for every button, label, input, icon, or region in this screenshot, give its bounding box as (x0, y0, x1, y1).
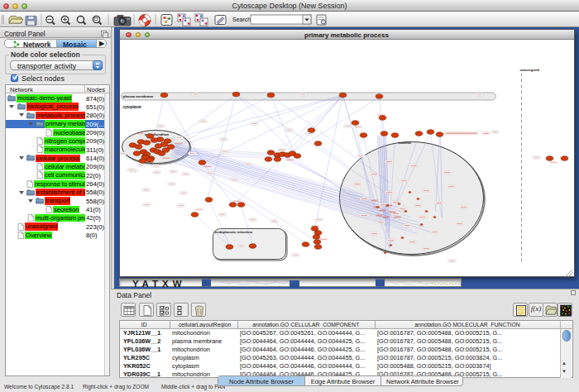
svg-text:plasma membrane: plasma membrane (122, 94, 153, 98)
svg-text:nucleus: nucleus (398, 140, 411, 144)
svg-text:unassigned: unassigned (519, 67, 539, 71)
svg-text:cytoplasm: cytoplasm (122, 104, 141, 108)
svg-text:endoplasmic reticulum: endoplasmic reticulum (214, 229, 252, 233)
svg-text:YATXW: YATXW (132, 279, 186, 287)
svg-text:Search:: Search: (232, 17, 252, 22)
